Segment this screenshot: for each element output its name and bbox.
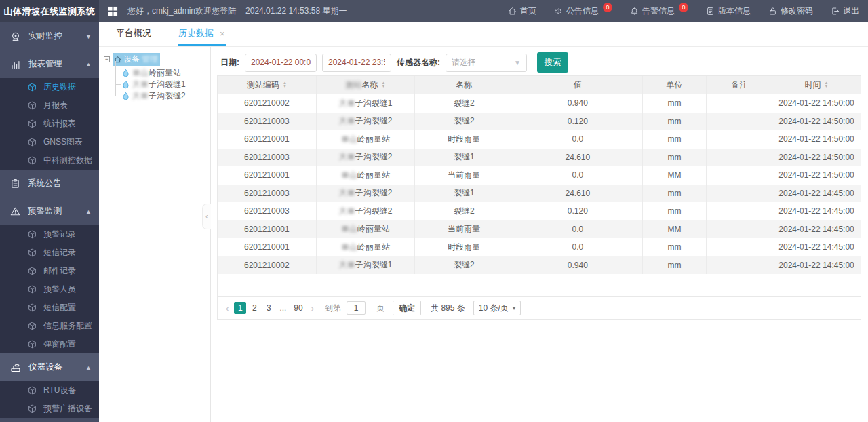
sort-icon[interactable]: ▲▼ <box>825 81 829 88</box>
main-content: 日期: 传感器名称: 请选择 ▼ 搜索 测站编码▲▼测站名称▲▼名称值单位备注时… <box>212 47 868 422</box>
sidebar-subitem-zhongke-data[interactable]: 中科测控数据 <box>0 151 99 170</box>
column-header-3: 值 <box>513 76 643 94</box>
cell-sensor-name: 时段雨量 <box>415 130 513 149</box>
header-nav-label: 退出 <box>843 5 859 17</box>
station-name-text: 子沟裂缝2 <box>355 115 393 127</box>
page-button-1[interactable]: 1 <box>234 302 246 314</box>
table-row: 6201210002大〓子沟裂缝1裂缝20.940mm2024-01-22 14… <box>218 256 861 275</box>
sidebar-subitem-sms-records[interactable]: 短信记录 <box>0 244 99 262</box>
cell-unit: mm <box>643 94 707 113</box>
cell-station-name: 大〓子沟裂缝2 <box>317 202 416 220</box>
chevron-down-icon: ▼ <box>514 59 521 66</box>
confirm-page-button[interactable]: 确定 <box>393 301 421 315</box>
tree-node[interactable]: 大〓子沟裂缝1 <box>113 79 210 90</box>
cell-time: 2024-01-22 14:50:00 <box>772 94 861 113</box>
header-nav-password[interactable]: 修改密码 <box>760 0 822 22</box>
app-title: 山体滑坡在线监测系统 <box>0 0 99 22</box>
tree-node-text: 子沟裂缝2 <box>149 91 186 100</box>
header-nav-logout[interactable]: 退出 <box>822 0 868 22</box>
sidebar-subitem-warning-staff[interactable]: 预警人员 <box>0 280 99 299</box>
tab-history-data[interactable]: 历史数据 × <box>178 22 226 46</box>
sidebar-subitem-popup-config[interactable]: 弹窗配置 <box>0 335 99 353</box>
header-nav-home[interactable]: 首页 <box>499 0 545 22</box>
tree-root[interactable]: − 设备管理 <box>104 53 210 66</box>
cell-value: 0.0 <box>513 220 643 239</box>
sidebar-subitem-history-data[interactable]: 历史数据 <box>0 78 99 96</box>
sidebar-subitem-warning-records[interactable]: 预警记录 <box>0 225 99 244</box>
redacted-text: 〓山 <box>341 170 357 181</box>
sidebar-subitem-label: 预警人员 <box>43 284 76 295</box>
sidebar-item-report-mgmt[interactable]: 报表管理▲ <box>0 50 99 78</box>
sidebar-subitem-label: GNSS图表 <box>43 136 83 148</box>
table-row: 6201210001〓山岭丽量站时段雨量0.0mm2024-01-22 14:5… <box>218 130 861 149</box>
close-tab-icon[interactable]: × <box>220 28 225 39</box>
page-button-90[interactable]: 90 <box>291 302 305 314</box>
cell-station-code: 6201210001 <box>218 130 317 149</box>
tree-root-label[interactable]: 设备管理 <box>113 53 160 66</box>
sidebar-subitem-label: 中科测控数据 <box>43 155 92 166</box>
data-table: 测站编码▲▼测站名称▲▼名称值单位备注时间▲▼ 6201210002大〓子沟裂缝… <box>217 75 861 320</box>
header-datetime: 2024.01.22 14:53:58 星期一 <box>245 5 347 17</box>
sidebar-subitem-rtu-devices[interactable]: RTU设备 <box>0 381 99 400</box>
grid-menu-icon[interactable] <box>108 6 118 16</box>
cube-icon <box>28 138 37 147</box>
sidebar-item-instruments[interactable]: 仪器设备▲ <box>0 353 99 381</box>
sensor-select[interactable]: 请选择 ▼ <box>446 54 527 72</box>
sidebar-subitem-sms-config[interactable]: 短信配置 <box>0 299 99 317</box>
goto-page-input[interactable] <box>347 301 366 315</box>
tree-node[interactable]: 大〓子沟裂缝2 <box>113 90 210 102</box>
tab-label: 历史数据 <box>178 27 214 39</box>
prev-page-icon[interactable]: ‹ <box>223 303 231 313</box>
header-nav-announcements[interactable]: 公告信息0 <box>545 0 621 22</box>
column-header-0[interactable]: 测站编码▲▼ <box>218 76 317 94</box>
header-nav-version[interactable]: 版本信息 <box>697 0 760 22</box>
column-header-1[interactable]: 测站名称▲▼ <box>317 76 416 94</box>
column-header-6[interactable]: 时间▲▼ <box>772 76 861 94</box>
redacted-text: 大〓 <box>132 91 149 100</box>
sidebar-item-realtime-monitor[interactable]: 实时监控▼ <box>0 22 99 50</box>
sidebar-subitem-monthly-report[interactable]: 月报表 <box>0 96 99 115</box>
sidebar-item-system-notice[interactable]: 系统公告 <box>0 170 99 197</box>
page-button-2[interactable]: 2 <box>248 302 260 314</box>
column-label: 测站编码 <box>247 79 279 91</box>
sidebar-subitem-info-service-config[interactable]: 信息服务配置 <box>0 317 99 335</box>
goto-page-prefix: 到第 <box>325 303 341 314</box>
search-button[interactable]: 搜索 <box>537 52 568 73</box>
sidebar-subitem-broadcast-devices[interactable]: 预警广播设备 <box>0 400 99 418</box>
cell-station-code: 6201210001 <box>218 166 317 185</box>
next-page-icon[interactable]: › <box>309 303 317 313</box>
cell-station-name: 〓山岭丽量站 <box>317 238 416 256</box>
sidebar-subitem-gnss-chart[interactable]: GNSS图表 <box>0 133 99 151</box>
page-size-select[interactable]: 10 条/页 ▾ <box>473 301 521 315</box>
sidebar-subitem-stats-report[interactable]: 统计报表 <box>0 115 99 133</box>
sidebar-subitem-label: 历史数据 <box>43 81 76 93</box>
cell-station-code: 6201210003 <box>218 185 317 203</box>
tab-platform-overview[interactable]: 平台概况 <box>115 22 152 46</box>
date-to-input[interactable] <box>322 54 391 72</box>
tab-label: 平台概况 <box>116 27 151 39</box>
sidebar-subitem-label: 短信配置 <box>43 302 76 313</box>
cell-sensor-name: 当前雨量 <box>415 220 513 239</box>
page-buttons: 123...90 <box>234 302 305 314</box>
cell-time: 2024-01-22 14:45:00 <box>772 256 861 275</box>
table-row: 6201210003大〓子沟裂缝2裂缝20.120mm2024-01-22 14… <box>218 202 861 220</box>
sidebar-subitem-email-records[interactable]: 邮件记录 <box>0 262 99 280</box>
table-row: 6201210001〓山岭丽量站时段雨量0.0mm2024-01-22 14:4… <box>218 238 861 256</box>
sort-icon[interactable]: ▲▼ <box>283 81 287 88</box>
warning-icon <box>10 206 20 216</box>
collapse-panel-handle[interactable]: ‹ <box>202 204 211 229</box>
tree-collapse-icon[interactable]: − <box>104 56 110 62</box>
page-button-3[interactable]: 3 <box>262 302 275 314</box>
cell-unit: MM <box>643 166 707 185</box>
cell-station-code: 6201210003 <box>218 113 317 131</box>
tree-node[interactable]: 〓山岭丽量站 <box>113 67 210 79</box>
station-name-text: 子沟裂缝2 <box>355 151 393 163</box>
date-label: 日期: <box>220 57 239 69</box>
header-nav-alerts[interactable]: 告警信息0 <box>621 0 697 22</box>
date-from-input[interactable] <box>245 54 317 72</box>
sidebar-item-label: 仪器设备 <box>28 362 62 373</box>
cell-time: 2024-01-22 14:45:00 <box>772 185 861 203</box>
sidebar-item-warning-monitor[interactable]: 预警监测▲ <box>0 197 99 225</box>
cell-unit: mm <box>643 256 707 275</box>
sort-icon[interactable]: ▲▼ <box>382 81 386 88</box>
